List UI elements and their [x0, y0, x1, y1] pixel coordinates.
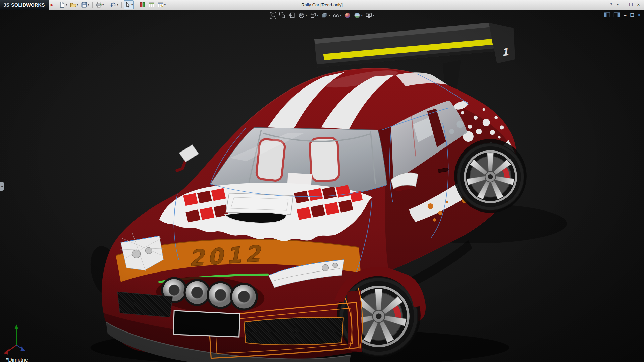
options-table-icon: [148, 2, 155, 8]
toolbar-separator: [107, 2, 107, 8]
help-dropdown-caret-icon[interactable]: ▾: [617, 3, 619, 6]
view-orientation-icon: [310, 12, 316, 19]
doc-close-button[interactable]: ×: [638, 13, 641, 17]
display-style-icon: [321, 12, 328, 19]
hide-show-items-button[interactable]: ▾: [333, 12, 342, 19]
doc-restore-button[interactable]: ☐: [630, 13, 634, 17]
save-floppy-icon: [81, 2, 87, 8]
select-button[interactable]: ▾: [124, 0, 134, 9]
rebuild-button[interactable]: [138, 0, 147, 9]
sheet-properties-icon: [157, 2, 164, 8]
dropdown-caret-icon[interactable]: ▾: [77, 3, 78, 6]
zoom-area-icon: [279, 12, 286, 19]
sheet-properties-button[interactable]: ▾: [156, 0, 167, 9]
dropdown-caret-icon[interactable]: ▾: [88, 3, 89, 6]
open-button[interactable]: ▾: [69, 0, 79, 9]
view-orientation-button[interactable]: ▾: [310, 12, 319, 19]
open-folder-icon: [70, 2, 76, 8]
undo-arrow-icon: [110, 2, 116, 8]
section-view-button[interactable]: ▾: [298, 12, 307, 19]
minimize-button[interactable]: –: [623, 3, 625, 7]
select-cursor-icon: [125, 2, 131, 8]
zoom-to-fit-button[interactable]: [270, 12, 276, 19]
pane-left-icon: [604, 12, 610, 18]
dropdown-caret-icon[interactable]: ▾: [317, 14, 319, 17]
help-button[interactable]: ?: [610, 3, 612, 7]
logo-3ds-icon: 3S: [3, 2, 9, 8]
dropdown-caret-icon[interactable]: ▾: [117, 3, 118, 6]
dropdown-caret-icon[interactable]: ▾: [131, 3, 133, 6]
graphics-area[interactable]: 1: [0, 10, 644, 362]
hood-scoop[interactable]: [225, 193, 293, 223]
apply-scene-button[interactable]: ▾: [354, 12, 363, 19]
decal-2012[interactable]: 2012: [188, 241, 264, 272]
apply-scene-icon: [354, 12, 361, 19]
document-window-controls: – ☐ ×: [604, 12, 641, 18]
toolbar-separator: [136, 2, 136, 8]
dropdown-caret-icon[interactable]: ▾: [373, 14, 374, 17]
section-view-icon: [298, 12, 305, 19]
wing-endplate-mark: 1: [501, 46, 509, 58]
rebuild-icon: [139, 2, 146, 8]
dropdown-caret-icon[interactable]: ▾: [66, 3, 67, 6]
undo-button[interactable]: ▾: [109, 0, 119, 9]
scene-svg[interactable]: 1: [0, 10, 644, 362]
zoom-to-area-button[interactable]: [279, 12, 286, 19]
show-feature-pane-button[interactable]: [604, 12, 610, 18]
hide-show-icon: [333, 12, 339, 19]
dropdown-caret-icon[interactable]: ▾: [328, 14, 330, 17]
close-button[interactable]: ×: [637, 2, 640, 8]
center-mesh-grille[interactable]: [244, 317, 343, 345]
solidworks-logo: 3S SOLIDWORKS: [0, 0, 49, 10]
edit-appearance-icon: [344, 12, 351, 19]
display-style-button[interactable]: ▾: [321, 12, 330, 19]
toolbar-separator: [121, 2, 122, 8]
license-plate[interactable]: [173, 311, 240, 337]
save-button[interactable]: ▾: [80, 0, 90, 9]
view-settings-icon: [365, 12, 372, 19]
featuremanager-collapse-arrow[interactable]: ◂: [0, 182, 4, 191]
pane-right-icon: [613, 12, 620, 18]
zoom-fit-icon: [270, 12, 276, 19]
dropdown-caret-icon[interactable]: ▾: [361, 14, 363, 17]
previous-view-button[interactable]: [288, 12, 295, 19]
maximize-button[interactable]: ☐: [629, 3, 633, 7]
main-toolbar: ▾▾▾▾▾▾▾: [58, 0, 167, 9]
dropdown-caret-icon[interactable]: ▾: [305, 14, 307, 17]
brand-text: SOLIDWORKS: [11, 2, 45, 8]
dropdown-caret-icon[interactable]: ▾: [164, 3, 166, 6]
dropdown-caret-icon[interactable]: ▾: [102, 3, 104, 6]
new-document-button[interactable]: ▾: [58, 0, 68, 9]
edit-appearance-button[interactable]: [344, 12, 351, 19]
show-display-pane-button[interactable]: [613, 12, 620, 18]
options-table-button[interactable]: [147, 0, 156, 9]
dropdown-caret-icon[interactable]: ▾: [340, 14, 342, 17]
view-settings-button[interactable]: ▾: [365, 12, 374, 19]
printer-icon: [96, 2, 102, 8]
rear-wheel[interactable]: [457, 143, 524, 210]
titlebar: 3S SOLIDWORKS ▶ ▾▾▾▾▾▾▾ Rally Car [Read-…: [0, 0, 644, 10]
new-document-icon: [59, 2, 65, 8]
logo-arrow-icon: ▶: [51, 3, 53, 7]
view-orientation-label: *Dimetric: [6, 357, 28, 362]
previous-view-icon: [288, 12, 295, 19]
doc-minimize-button[interactable]: –: [624, 13, 626, 17]
titlebar-controls: ? ▾ – ☐ ×: [610, 2, 644, 8]
toolbar-separator: [92, 2, 93, 8]
print-button[interactable]: ▾: [95, 0, 105, 9]
headsup-view-toolbar: ▾▾▾▾▾▾: [270, 12, 374, 19]
